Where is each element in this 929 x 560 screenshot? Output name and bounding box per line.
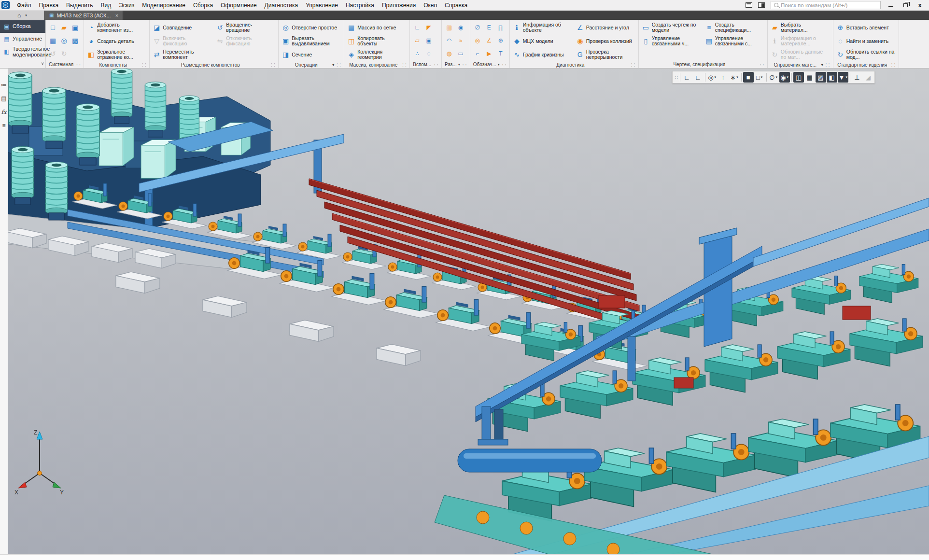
new-document-button[interactable]: □ [47,21,58,34]
notation-diameter-button[interactable]: ∅ [472,21,483,34]
hide-objects-button[interactable]: ∅▾ [768,72,779,83]
variables-icon[interactable]: fx [1,109,6,115]
ribbon-group-materials-footer[interactable]: Справочник мате...▾⋮⋮ [769,61,831,68]
menu-item-2[interactable]: Правка [35,2,63,9]
menu-item-5[interactable]: Эскиз [115,2,138,9]
aux-control-point-button[interactable]: ◌ [423,47,435,60]
notation-datum-button[interactable]: Е [483,21,495,34]
notation-text-button[interactable]: T [495,47,507,60]
display-wireframe-caret-icon[interactable]: ▾ [761,75,763,79]
aux-axes-button[interactable]: ∟ [411,21,423,34]
command-search-input[interactable] [781,2,877,8]
group-grip-icon[interactable]: ⋮⋮ [501,62,507,67]
kompas-logo-icon[interactable]: К [1,1,10,9]
save-document-button[interactable]: ▣ [70,21,81,34]
rotation-rotation-button[interactable]: ↺Вращение-вращение [214,21,277,34]
command-search[interactable] [771,1,881,9]
orientation-up-button[interactable]: ↑ [718,72,729,83]
display-solid-button[interactable]: ■ [743,72,754,83]
layout-panels-icon[interactable] [758,2,765,8]
display-wireframe-button[interactable]: □▾ [754,72,765,83]
collision-check-button[interactable]: ◉Проверка коллизий [575,34,637,48]
notation-profile-button[interactable]: ∏ [495,21,507,34]
home-tab[interactable]: ⌂ ▾ [0,11,45,20]
layers-icon[interactable]: ≡ [2,123,5,128]
active-document-tab[interactable]: ▣ МНЛЗ №2 ВТЗ (АСК... × [45,11,123,20]
notation-angle-button[interactable]: ∠ [483,34,495,47]
sketch-plane-button[interactable]: ∟ [682,72,692,83]
geometry-collection-button[interactable]: ◈Коллекция геометрии [346,48,408,61]
update-material-data-button[interactable]: ↻Обновить данные по мат... [769,48,831,61]
notation-position-button[interactable]: ⊕ [495,34,507,47]
close-button[interactable]: x [915,1,924,10]
group-grip-icon[interactable]: ⋮⋮ [269,63,276,67]
ribbon-group-auxiliary-footer[interactable]: Вспом...⋮⋮ [411,61,440,68]
group-grip-icon[interactable]: ⋮⋮ [75,62,82,67]
group-grip-icon[interactable]: ⋮⋮ [433,62,439,67]
create-part-button[interactable]: ◕Создать деталь [85,34,148,48]
group-dropdown-caret-icon[interactable]: ▾ [332,63,334,67]
mirror-components-button[interactable]: ◧Зеркальное отражение ко... [85,48,148,61]
section-button[interactable]: ◨Сечение [280,48,342,61]
aux-local-cs-button[interactable]: ▣ [423,34,435,47]
ribbon-group-standard-parts-footer[interactable]: Стандартные изделия⋮⋮ [835,61,897,68]
clip-object-button[interactable]: ▨ [816,72,826,83]
redo-button[interactable]: ↻ [58,47,70,60]
update-model-links-button[interactable]: ↻Обновить ссылки на мод... [835,48,897,61]
filter-objects-button[interactable]: ▼▾ [838,72,848,83]
select-material-button[interactable]: ▰Выбрать материал... [769,21,831,34]
minimize-button[interactable] [887,1,895,10]
layout-mark-button[interactable]: ◉ [455,21,466,34]
model-viewport[interactable]: Z X Y ≔▤fx≡ ∷∟∟◎▾↑∗▾■□▾∅▾◉▾◫▦▨◧▼▾⊥◢ [0,69,929,560]
find-replace-button[interactable]: ◌Найти и заменить [835,34,897,48]
menu-item-10[interactable]: Управление [302,2,342,9]
grid-array-button[interactable]: ▦Массив по сетке [346,21,408,34]
model-tree-icon[interactable]: ≔ [1,82,7,88]
aux-plane-button[interactable]: ▱ [411,34,423,47]
menu-item-4[interactable]: Вид [97,2,115,9]
simple-hole-button[interactable]: ◎Отверстие простое [280,21,342,34]
open-document-button[interactable]: ▰ [58,21,70,34]
layout-dimension-button[interactable]: ▥ [443,21,455,34]
manage-linked-drawings-button[interactable]: ▯Управление связанными ч... [640,34,703,48]
group-dropdown-caret-icon[interactable]: ▾ [458,62,460,67]
create-drawing-button[interactable]: ▭Создать чертеж по модели [640,21,703,34]
menu-item-13[interactable]: Окно [420,2,441,9]
object-info-button[interactable]: ℹИнформация об объекте [511,21,574,34]
restore-button[interactable] [901,1,910,10]
zoom-tool-caret-icon[interactable]: ▾ [715,75,717,79]
ribbon-group-array-copy-footer[interactable]: Массив, копирование⋮⋮ [346,61,408,68]
ribbon-group-drawing-spec-footer[interactable]: Чертеж, спецификация⋮⋮ [640,61,766,68]
add-component-button[interactable]: ◔Добавить компонент из... [85,21,148,34]
layout-plate-button[interactable]: ▭ [455,47,466,60]
menu-item-1[interactable]: Файл [13,2,35,9]
aux-plane-3pt-button[interactable]: ◤ [423,21,435,34]
manage-linked-specs-button[interactable]: ▤Управление связанными с... [704,34,766,48]
pick-eyedropper-button[interactable]: ◢ [863,72,873,83]
group-grip-icon[interactable]: ⋮⋮ [335,63,342,67]
notation-leader-button[interactable]: ⌐ [472,47,483,60]
disable-fixation-button[interactable]: ⇋Отключить фиксацию [214,34,277,48]
ribbon-group-components-footer[interactable]: Компоненты⋮⋮ [85,61,148,68]
model-mass-properties-button[interactable]: ◆МЦХ модели [511,34,574,48]
ribbon-collapse-icon[interactable]: » [40,62,45,65]
save-as-button[interactable]: ▩ [70,34,81,47]
ribbon-group-system-footer[interactable]: Системная⋮⋮ [47,61,82,68]
cut-extrude-button[interactable]: ▣Вырезать выдавливанием [280,34,342,48]
ribbon-group-layout-footer[interactable]: Раз...▾⋮⋮ [443,61,468,68]
mode-management[interactable]: ▤Управление [0,33,45,45]
menu-item-12[interactable]: Приложения [378,2,420,9]
ribbon-group-placement-footer[interactable]: Размещение компонентов⋮⋮ [151,61,277,68]
section-view-button[interactable]: ◫ [793,72,804,83]
tab-close-icon[interactable]: × [115,13,118,18]
ribbon-group-operations-footer[interactable]: Операции▾⋮⋮ [280,61,342,68]
layout-panel-icon[interactable] [746,2,752,8]
menu-item-7[interactable]: Сборка [189,2,217,9]
mode-solid-modeling[interactable]: ◧Твердотельное моделирование [0,45,45,58]
group-grip-icon[interactable]: ⋮⋮ [759,62,765,67]
coincidence-button[interactable]: ◪Совпадение [151,21,213,34]
notation-base-button[interactable]: ◎ [472,34,483,47]
curvature-graph-button[interactable]: ∿График кривизны [511,48,574,61]
material-info-button[interactable]: ℹИнформация о материале... [769,34,831,48]
layout-arc-button[interactable]: ◠ [443,34,455,47]
